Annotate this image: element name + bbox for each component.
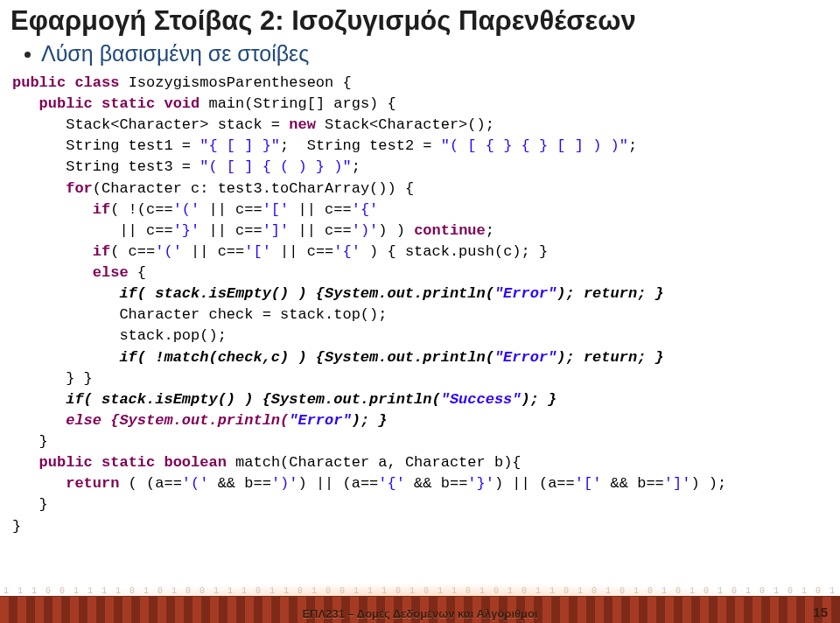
- code-str: '{': [378, 475, 405, 492]
- code-text: IsozygismosParentheseon {: [119, 74, 351, 91]
- code-str: '{': [352, 201, 379, 218]
- code-text: Character check = stack.top();: [12, 306, 387, 323]
- code-text: main(String[] args) {: [200, 95, 396, 112]
- code-text: ) );: [690, 475, 726, 492]
- code-text: ( !(c==: [110, 201, 172, 218]
- code-text: (Character c: test3.toCharArray()) {: [93, 180, 414, 197]
- code-str: ')': [352, 222, 379, 239]
- code-text: || c==: [12, 222, 173, 239]
- code-em: ); return; }: [556, 285, 663, 302]
- code-em: "Error": [494, 285, 556, 302]
- code-text: match(Character a, Character b){: [227, 454, 522, 471]
- code-em: if( stack.isEmpty() ) {System.out.printl…: [12, 285, 494, 302]
- code-kw: public: [12, 454, 93, 471]
- code-text: Stack<Character> stack =: [12, 116, 289, 133]
- code-text: String test3 =: [12, 158, 200, 175]
- code-text: ) || (a==: [298, 475, 378, 492]
- code-text: }: [12, 433, 48, 450]
- code-kw: else: [12, 264, 129, 281]
- code-em: "Success": [441, 391, 522, 408]
- code-text: && b==: [405, 475, 467, 492]
- code-text: && b==: [208, 475, 270, 492]
- code-em: "Error": [494, 349, 556, 366]
- code-text: && b==: [601, 475, 663, 492]
- code-kw: new: [289, 116, 316, 133]
- code-kw: public: [12, 95, 93, 112]
- code-kw: if: [12, 243, 110, 260]
- code-text: ( c==: [110, 243, 155, 260]
- code-text: ; String test2 =: [280, 137, 441, 154]
- code-str: '(': [182, 475, 209, 492]
- code-text: || c==: [200, 222, 262, 239]
- code-text: ) || (a==: [494, 475, 575, 492]
- code-kw: if: [12, 201, 110, 218]
- code-str: "( [ { } { } [ ] ) )": [441, 137, 628, 154]
- code-str: '[': [262, 201, 290, 218]
- code-text: ;: [486, 222, 494, 239]
- code-em: ); }: [352, 412, 388, 429]
- code-kw: boolean: [155, 454, 227, 471]
- code-em: if( stack.isEmpty() ) {System.out.printl…: [12, 391, 441, 408]
- code-str: '[': [575, 475, 602, 492]
- code-em: ); return; }: [556, 349, 663, 366]
- code-kw: void: [155, 95, 200, 112]
- code-text: {: [129, 264, 146, 281]
- code-text: ) { stack.push(c); }: [360, 243, 548, 260]
- code-str: '(': [155, 243, 182, 260]
- page-number: 15: [813, 605, 828, 620]
- slide: Εφαρμογή Στοίβας 2: Ισοζυγισμός Παρενθέσ…: [0, 0, 840, 623]
- bullet-item: Λύση βασισμένη σε στοίβες: [24, 40, 830, 67]
- code-str: '}': [467, 475, 494, 492]
- code-text: ;: [628, 137, 637, 154]
- code-kw: public: [12, 74, 66, 91]
- footer-title: ΕΠΛ231 – Δομές Δεδομένων και Αλγόριθμοι: [0, 607, 840, 620]
- code-em: ); }: [522, 391, 557, 408]
- code-text: || c==: [182, 243, 244, 260]
- code-kw: class: [66, 74, 119, 91]
- code-kw: static: [93, 95, 155, 112]
- code-str: '[': [244, 243, 271, 260]
- code-em: "Error": [289, 412, 351, 429]
- code-text: || c==: [289, 201, 351, 218]
- code-kw: continue: [414, 222, 486, 239]
- code-text: || c==: [289, 222, 351, 239]
- code-text: Stack<Character>();: [316, 116, 494, 133]
- code-text: ) ): [378, 222, 414, 239]
- code-text: String test1 =: [12, 137, 200, 154]
- code-str: ']': [262, 222, 290, 239]
- code-str: ')': [271, 475, 298, 492]
- code-str: '{': [333, 243, 360, 260]
- code-em: else {System.out.println(: [12, 412, 289, 429]
- code-str: '}': [173, 222, 200, 239]
- code-text: ( (a==: [119, 475, 181, 492]
- slide-title: Εφαρμογή Στοίβας 2: Ισοζυγισμός Παρενθέσ…: [10, 5, 830, 37]
- code-block: public class IsozygismosParentheseon { p…: [12, 73, 830, 537]
- code-text: }: [12, 496, 48, 513]
- code-em: if( !match(check,c) ) {System.out.printl…: [12, 349, 494, 366]
- code-kw: for: [12, 180, 93, 197]
- code-str: '(': [173, 201, 200, 218]
- bullet-text: Λύση βασισμένη σε στοίβες: [41, 40, 309, 67]
- code-text: }: [12, 518, 21, 535]
- code-text: || c==: [200, 201, 262, 218]
- code-text: || c==: [271, 243, 333, 260]
- code-text: ;: [352, 158, 360, 175]
- code-kw: return: [12, 475, 119, 492]
- code-str: "{ [ ] }": [200, 137, 280, 154]
- bullet-dot-icon: [24, 52, 31, 58]
- code-kw: static: [93, 454, 155, 471]
- footer: 1 1 1 0 0 1 1 1 1 0 1 0 1 0 0 1 1 1 0 1 …: [0, 588, 840, 623]
- code-str: "( [ ] { ( ) } )": [200, 158, 351, 175]
- code-text: stack.pop();: [12, 327, 227, 344]
- code-text: } }: [12, 370, 93, 387]
- code-str: ']': [664, 475, 691, 492]
